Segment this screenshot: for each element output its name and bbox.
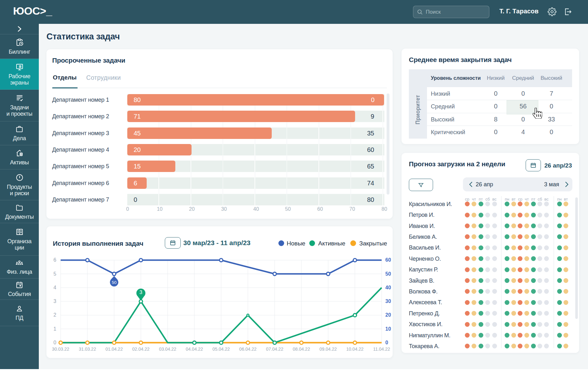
svg-text:3: 3 bbox=[139, 290, 142, 295]
svg-text:50: 50 bbox=[112, 280, 116, 285]
